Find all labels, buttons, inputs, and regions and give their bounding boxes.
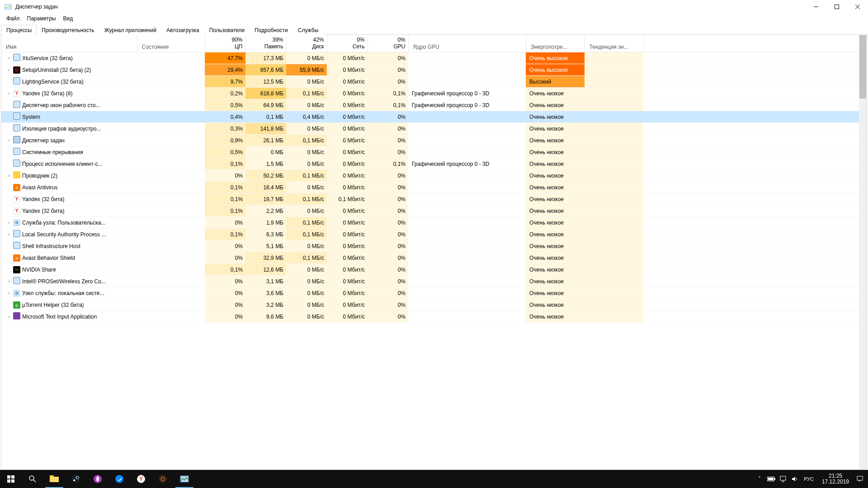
tab-app-history[interactable]: Журнал приложений: [99, 25, 161, 35]
expand-chevron-icon[interactable]: ›: [7, 91, 11, 96]
tab-details[interactable]: Подробности: [250, 25, 293, 35]
tray-clock[interactable]: 21:25 17.12.2019: [817, 473, 854, 485]
col-power-trend[interactable]: Тенденция эн...: [585, 35, 643, 52]
menu-options[interactable]: Параметры: [24, 14, 60, 23]
table-row[interactable]: ›⚙Узел службы: локальная систе...0%3,6 М…: [1, 287, 867, 299]
taskbar-steam[interactable]: [65, 470, 87, 488]
table-row[interactable]: ›Диспетчер задач0,9%26,1 МБ0,1 МБ/с0 Мби…: [1, 135, 867, 146]
taskbar-taskmanager[interactable]: [174, 470, 195, 488]
tray-notifications-icon[interactable]: [854, 470, 865, 488]
process-name: Диспетчер окон рабочего сто...: [22, 102, 100, 108]
tab-processes[interactable]: Процессы: [1, 25, 37, 35]
close-button[interactable]: [847, 0, 868, 13]
tab-services[interactable]: Службы: [293, 25, 323, 35]
process-state: [137, 264, 205, 276]
table-row[interactable]: ›Microsoft Text Input Application0%9,6 М…: [1, 311, 867, 323]
vertical-scrollbar[interactable]: [859, 35, 867, 469]
expand-chevron-icon[interactable]: ›: [7, 138, 11, 143]
process-grid[interactable]: Имя Состояние 90%ЦП 39%Память 42%Диск 0%…: [1, 35, 867, 469]
memory-cell: 12,5 МБ: [245, 76, 286, 88]
col-memory[interactable]: 39%Память: [245, 35, 286, 52]
table-row[interactable]: nvNVIDIA Share0,1%12,6 МБ0 МБ/с0 Мбит/с0…: [1, 264, 867, 276]
table-row[interactable]: aAvast Antivirus0,1%18,4 МБ0 МБ/с0 Мбит/…: [1, 182, 867, 193]
col-network[interactable]: 0%Сеть: [327, 35, 368, 52]
process-name: Узел службы: локальная систе...: [22, 290, 104, 296]
table-row[interactable]: Shell Infrastructure Host0%5,1 МБ0 МБ/с0…: [1, 240, 867, 252]
expand-chevron-icon[interactable]: ›: [7, 279, 11, 284]
memory-cell: 141,8 МБ: [245, 123, 286, 135]
table-row[interactable]: YYandex (32 бита)0,1%2,2 МБ0 МБ/с0 Мбит/…: [1, 205, 867, 217]
gpu-engine-cell: [408, 276, 526, 287]
disk-cell: 0 МБ/с: [286, 205, 327, 217]
process-icon: [13, 230, 20, 239]
table-row[interactable]: ›YYandex (32 бита) (8)0,2%818,8 МБ0,1 МБ…: [1, 88, 867, 99]
maximize-button[interactable]: [826, 0, 847, 13]
taskbar[interactable]: Y ˄ РУС 21:25 17.12.2019: [0, 470, 868, 488]
table-row[interactable]: ›Local Security Authority Process ...0,1…: [1, 229, 867, 240]
expand-chevron-icon[interactable]: ›: [7, 173, 11, 178]
tray-language[interactable]: РУС: [801, 476, 816, 482]
table-row[interactable]: aAvast Behavior Shield0%32,9 МБ0,1 МБ/с0…: [1, 252, 867, 264]
tray-volume-icon[interactable]: [789, 470, 800, 488]
taskbar-uplay[interactable]: [108, 470, 130, 488]
disk-cell: 0 МБ/с: [286, 240, 327, 252]
disk-cell: 0 МБ/с: [286, 76, 327, 88]
taskbar-explorer[interactable]: [43, 470, 65, 488]
expand-chevron-icon[interactable]: ›: [7, 314, 11, 319]
expand-chevron-icon[interactable]: ›: [7, 67, 11, 72]
col-name[interactable]: Имя: [1, 35, 137, 52]
col-state[interactable]: Состояние: [137, 35, 205, 52]
table-row[interactable]: Диспетчер окон рабочего сто...0,5%64,9 М…: [1, 99, 867, 111]
taskbar-jedi[interactable]: [152, 470, 174, 488]
col-gpu[interactable]: 0%GPU: [368, 35, 408, 52]
tray-battery-icon[interactable]: [766, 470, 777, 488]
tray-chevron-icon[interactable]: ˄: [754, 470, 765, 488]
menu-view[interactable]: Вид: [59, 14, 76, 23]
table-row[interactable]: ›Проводник (2)0%50,2 МБ0,1 МБ/с0 Мбит/с0…: [1, 170, 867, 182]
col-cpu[interactable]: 90%ЦП: [205, 35, 245, 52]
gpu-engine-cell: [408, 182, 526, 193]
col-disk[interactable]: 42%Диск: [286, 35, 327, 52]
tab-users[interactable]: Пользователи: [204, 25, 250, 35]
gpu-engine-cell: [408, 123, 526, 135]
titlebar[interactable]: Диспетчер задач: [0, 0, 868, 14]
scrollbar-thumb[interactable]: [859, 35, 866, 99]
table-row[interactable]: ›USetup/Uninstall (32 бита) (2)29,4%857,…: [1, 64, 867, 76]
table-row[interactable]: LightingService (32 бита)9,7%12,5 МБ0 МБ…: [1, 76, 867, 88]
tab-startup[interactable]: Автозагрузка: [161, 25, 204, 35]
disk-cell: 0 МБ/с: [286, 299, 327, 311]
table-row[interactable]: System0,4%0,1 МБ0,4 МБ/с0 Мбит/с0%Очень …: [1, 111, 867, 123]
power-cell: Очень низкое: [526, 111, 585, 123]
minimize-button[interactable]: [806, 0, 826, 13]
table-row[interactable]: YYandex (32 бита)0,1%19,7 МБ0,1 МБ/с0,1 …: [1, 193, 867, 205]
table-row[interactable]: µµTorrent Helper (32 бита)0%3,2 МБ0 МБ/с…: [1, 299, 867, 311]
tab-performance[interactable]: Производительность: [37, 25, 99, 35]
tray-network-icon[interactable]: [778, 470, 788, 488]
taskbar-yandex[interactable]: Y: [130, 470, 152, 488]
col-gpu-engine[interactable]: Ядро GPU: [408, 35, 526, 52]
memory-cell: 2,2 МБ: [245, 205, 286, 217]
menu-file[interactable]: Файл: [3, 14, 24, 23]
power-cell: Высокий: [526, 76, 585, 88]
col-power[interactable]: Энергопотре...: [526, 35, 585, 52]
power-trend-cell: [585, 205, 643, 217]
search-button[interactable]: [22, 470, 43, 488]
power-trend-cell: [585, 182, 643, 193]
expand-chevron-icon[interactable]: ›: [7, 56, 11, 61]
taskbar-opera[interactable]: [87, 470, 108, 488]
table-row[interactable]: ›⚙Служба узла: Пользовательска...0%1,9 М…: [1, 217, 867, 229]
cpu-cell: 0%: [205, 217, 245, 229]
power-trend-cell: [585, 88, 643, 99]
process-icon: [13, 277, 20, 286]
start-button[interactable]: [0, 470, 22, 488]
table-row[interactable]: ›XtuService (32 бита)47,7%17,3 МБ0 МБ/с0…: [1, 52, 867, 64]
expand-chevron-icon[interactable]: ›: [7, 220, 11, 225]
table-row[interactable]: Изоляция графов аудиоустро...0,3%141,8 М…: [1, 123, 867, 135]
network-cell: 0 Мбит/с: [327, 88, 368, 99]
network-cell: 0 Мбит/с: [327, 311, 368, 323]
table-row[interactable]: Системные прерывания0,5%0 МБ0 МБ/с0 Мбит…: [1, 146, 867, 158]
expand-chevron-icon[interactable]: ›: [7, 291, 11, 296]
table-row[interactable]: ›Intel® PROSet/Wireless Zero Co...0%3,1 …: [1, 276, 867, 287]
table-row[interactable]: Процесс исполнения клиент-с...0,1%1,5 МБ…: [1, 158, 867, 170]
expand-chevron-icon[interactable]: ›: [7, 232, 11, 237]
